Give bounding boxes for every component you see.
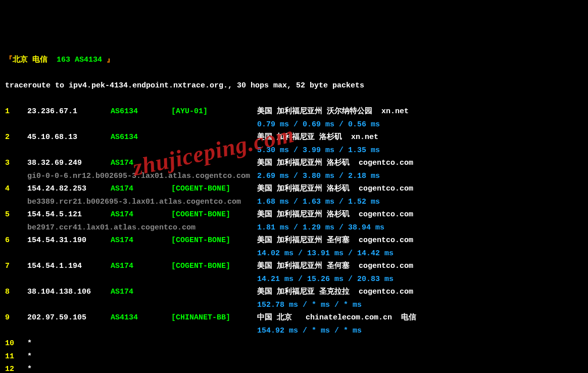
hop-ip: 38.32.69.249 xyxy=(27,157,111,170)
hop-tag: [CHINANET-BB] xyxy=(171,311,257,324)
header-carrier: 电信 xyxy=(32,56,47,64)
hop-times: 154.92 ms / * ms / * ms xyxy=(5,324,583,338)
hop-number: 5 xyxy=(5,208,27,221)
hop-number: 9 xyxy=(5,311,27,324)
hop-number: 3 xyxy=(5,157,27,170)
hop-ip: 154.24.82.253 xyxy=(27,182,111,196)
header-location: 北京 xyxy=(13,56,28,64)
hop-times: 0.79 ms / 0.69 ms / 0.56 ms xyxy=(5,118,583,131)
hop-location: 美国 加利福尼亚州 圣何塞 cogentco.com xyxy=(257,236,413,245)
hop-row: 338.32.69.249AS174美国 加利福尼亚州 洛杉矶 cogentco… xyxy=(5,157,583,170)
hop-ip: 154.54.1.194 xyxy=(27,260,111,273)
hop-ip: 38.104.138.106 xyxy=(27,286,111,299)
hop-location: 中国 北京 chinatelecom.com.cn 电信 xyxy=(257,313,416,322)
hop-number: 11 xyxy=(5,350,27,363)
hop-row: 6154.54.31.190AS174[COGENT-BONE]美国 加利福尼亚… xyxy=(5,234,583,247)
hop-row: 838.104.138.106AS174美国 加利福尼亚 圣克拉拉 cogent… xyxy=(5,286,583,299)
hop-tag: [COGENT-BONE] xyxy=(171,182,257,196)
hop-times: 152.78 ms / * ms / * ms xyxy=(5,299,583,312)
hop-tag: [COGENT-BONE] xyxy=(171,208,257,221)
hop-location: 美国 加利福尼亚州 洛杉矶 cogentco.com xyxy=(257,210,413,219)
bracket-close: 』 xyxy=(107,56,114,64)
hop-number: 2 xyxy=(5,131,27,144)
hop-asn: AS174 xyxy=(111,208,171,221)
hop-dns-line: be3389.rcr21.b002695-3.lax01.atlas.cogen… xyxy=(5,196,583,209)
header-route: 163 xyxy=(57,56,70,64)
hop-ip: 202.97.59.105 xyxy=(27,311,111,324)
hop-ip: 23.236.67.1 xyxy=(27,105,111,118)
hop-location: 美国 加利福尼亚州 洛杉矶 cogentco.com xyxy=(257,184,413,193)
hop-asn: AS174 xyxy=(111,234,171,247)
hop-number: 7 xyxy=(5,260,27,273)
hop-row: 123.236.67.1AS6134[AYU-01]美国 加利福尼亚州 沃尔纳特… xyxy=(5,105,583,118)
hop-location: 美国 加利福尼亚 洛杉矶 xn.net xyxy=(257,133,378,142)
hop-tag: [COGENT-BONE] xyxy=(171,234,257,247)
hop-asn: AS6134 xyxy=(111,131,171,144)
hop-timeout: * xyxy=(27,365,32,373)
hop-asn: AS174 xyxy=(111,157,171,170)
hop-row: 10* xyxy=(5,337,583,350)
hop-ip: 154.54.31.190 xyxy=(27,234,111,247)
hop-row: 9202.97.59.105AS4134[CHINANET-BB]中国 北京 c… xyxy=(5,311,583,324)
hop-timeout: * xyxy=(27,352,32,361)
hop-number: 1 xyxy=(5,105,27,118)
hop-times: 2.69 ms / 3.80 ms / 2.18 ms xyxy=(257,172,380,180)
traceroute-output: 123.236.67.1AS6134[AYU-01]美国 加利福尼亚州 沃尔纳特… xyxy=(5,105,583,373)
hop-row: 245.10.68.13AS6134美国 加利福尼亚 洛杉矶 xn.net xyxy=(5,131,583,144)
hop-times: 14.02 ms / 13.91 ms / 14.42 ms xyxy=(5,247,583,260)
hop-asn: AS174 xyxy=(111,286,171,299)
hop-asn: AS4134 xyxy=(111,311,171,324)
hop-ip: 154.54.5.121 xyxy=(27,208,111,221)
hop-asn: AS174 xyxy=(111,182,171,196)
trace-command-line: traceroute to ipv4.pek-4134.endpoint.nxt… xyxy=(5,79,583,92)
hop-dns-line: be2917.ccr41.lax01.atlas.cogentco.com1.8… xyxy=(5,221,583,235)
hop-location: 美国 加利福尼亚州 洛杉矶 cogentco.com xyxy=(257,159,413,167)
hop-location: 美国 加利福尼亚 圣克拉拉 cogentco.com xyxy=(257,288,413,296)
header-line: 『北京 电信 163 AS4134 』 xyxy=(5,54,583,67)
hop-number: 12 xyxy=(5,363,27,373)
hop-tag: [AYU-01] xyxy=(171,105,257,118)
hop-tag: [COGENT-BONE] xyxy=(171,260,257,273)
hop-times: 1.81 ms / 1.29 ms / 38.94 ms xyxy=(257,223,384,232)
hop-ip: 45.10.68.13 xyxy=(27,131,111,144)
hop-row: 12* xyxy=(5,363,583,373)
hop-row: 11* xyxy=(5,350,583,363)
hop-location: 美国 加利福尼亚州 沃尔纳特公园 xn.net xyxy=(257,107,409,116)
hop-number: 10 xyxy=(5,337,27,350)
hop-location: 美国 加利福尼亚州 圣何塞 cogentco.com xyxy=(257,262,413,270)
hop-times: 14.21 ms / 15.26 ms / 20.83 ms xyxy=(5,273,583,286)
hop-asn: AS6134 xyxy=(111,105,171,118)
hop-row: 7154.54.1.194AS174[COGENT-BONE]美国 加利福尼亚州… xyxy=(5,260,583,273)
hop-times: 1.68 ms / 1.63 ms / 1.52 ms xyxy=(257,198,380,206)
hop-dns: be2917.ccr41.lax01.atlas.cogentco.com xyxy=(27,221,257,235)
hop-row: 5154.54.5.121AS174[COGENT-BONE]美国 加利福尼亚州… xyxy=(5,208,583,221)
hop-timeout: * xyxy=(27,339,32,348)
hop-times: 5.30 ms / 3.99 ms / 1.35 ms xyxy=(5,144,583,157)
hop-number: 8 xyxy=(5,286,27,299)
hop-number: 6 xyxy=(5,234,27,247)
hop-dns: gi0-0-0-6.nr12.b002695-3.lax01.atlas.cog… xyxy=(27,170,257,183)
header-asn: AS4134 xyxy=(75,56,102,64)
hop-dns: be3389.rcr21.b002695-3.lax01.atlas.cogen… xyxy=(27,196,257,209)
hop-asn: AS174 xyxy=(111,260,171,273)
hop-number: 4 xyxy=(5,182,27,196)
hop-dns-line: gi0-0-0-6.nr12.b002695-3.lax01.atlas.cog… xyxy=(5,170,583,183)
hop-row: 4154.24.82.253AS174[COGENT-BONE]美国 加利福尼亚… xyxy=(5,182,583,196)
bracket-open: 『 xyxy=(5,56,13,64)
